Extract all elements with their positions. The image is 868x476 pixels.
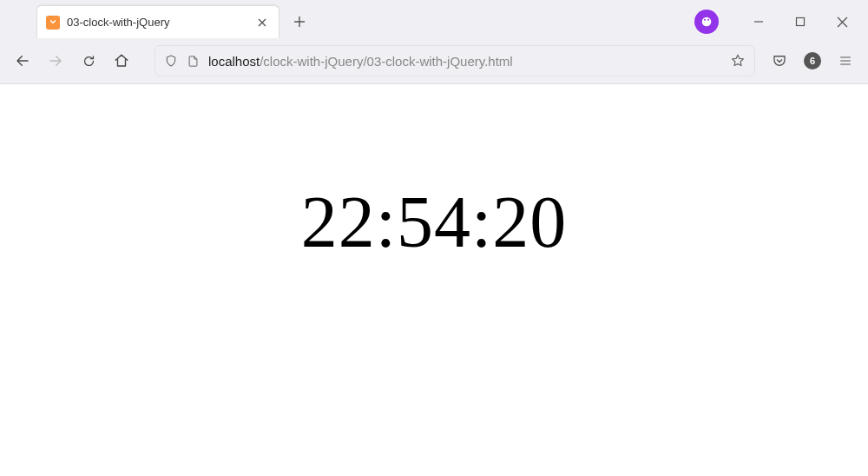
page-info-icon[interactable]	[187, 55, 200, 68]
nav-bar: localhost/clock-with-jQuery/03-clock-wit…	[0, 38, 868, 83]
reload-button[interactable]	[73, 45, 104, 76]
window-maximize-button[interactable]	[781, 8, 819, 36]
svg-rect-0	[797, 18, 805, 26]
browser-chrome: 03-clock-with-jQuery	[0, 0, 868, 84]
window-minimize-button[interactable]	[740, 8, 778, 36]
url-text[interactable]: localhost/clock-with-jQuery/03-clock-wit…	[208, 54, 721, 69]
tab-title: 03-clock-with-jQuery	[67, 16, 247, 29]
xampp-icon	[46, 16, 60, 30]
window-controls	[694, 8, 868, 36]
app-menu-button[interactable]	[830, 45, 861, 76]
new-tab-button[interactable]	[286, 9, 312, 35]
browser-tab[interactable]: 03-clock-with-jQuery	[36, 5, 279, 38]
tab-bar: 03-clock-with-jQuery	[0, 0, 868, 38]
address-bar[interactable]: localhost/clock-with-jQuery/03-clock-wit…	[155, 45, 755, 76]
badge-count: 6	[804, 52, 821, 69]
extension-icon[interactable]	[694, 10, 719, 34]
back-button[interactable]	[7, 45, 38, 76]
clock-display: 22:54:20	[301, 180, 568, 264]
home-button[interactable]	[106, 45, 137, 76]
forward-button[interactable]	[40, 45, 71, 76]
url-path: /clock-with-jQuery/03-clock-with-jQuery.…	[260, 54, 512, 69]
page-content: 22:54:20	[0, 84, 868, 476]
shield-icon[interactable]	[164, 54, 178, 68]
url-host: localhost	[208, 54, 260, 69]
tab-close-button[interactable]	[254, 15, 270, 30]
bookmark-star-icon[interactable]	[730, 53, 746, 69]
notifications-badge[interactable]: 6	[797, 45, 828, 76]
pocket-icon[interactable]	[764, 45, 795, 76]
window-close-button[interactable]	[823, 8, 861, 36]
